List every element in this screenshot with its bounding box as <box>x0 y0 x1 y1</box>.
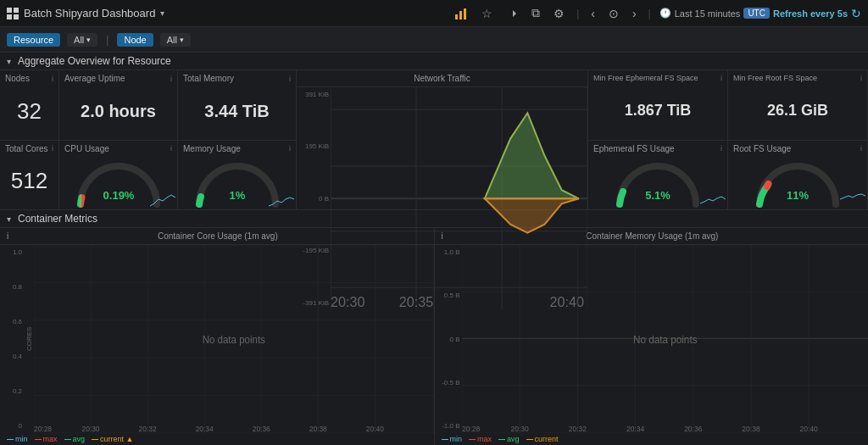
eph-gauge-svg: 5.1% <box>611 155 704 208</box>
svg-text:5.1%: 5.1% <box>645 189 670 202</box>
root-usage-panel: Root FS Usage i 11% <box>728 141 867 210</box>
title-caret[interactable]: ▾ <box>160 8 164 18</box>
copy-icon-btn[interactable]: ⧉ <box>528 4 543 22</box>
mem-chart-legend: min max avg current <box>435 433 869 445</box>
ephemeral-panel: Min Free Ephemeral FS Space i 1.867 TiB … <box>588 70 728 209</box>
star-icon-btn[interactable]: ☆ <box>478 5 496 22</box>
mem-y-axis: 1.0 B 0.5 B 0 B -0.5 B -1.0 B <box>435 245 462 433</box>
mem-y-4: -0.5 B <box>437 379 460 387</box>
clock-icon: 🕐 <box>659 8 671 19</box>
eph-fs-info-icon[interactable]: i <box>721 74 722 82</box>
total-mem-info-icon[interactable]: i <box>289 75 291 83</box>
root-fs-info-icon[interactable]: i <box>860 74 862 82</box>
nav-left: Batch Shipyard Dashboard ▾ <box>7 7 164 19</box>
chart-icon-btn[interactable] <box>451 5 471 22</box>
svg-text:1%: 1% <box>229 189 245 202</box>
utc-badge: UTC <box>743 8 770 19</box>
cores-value: 512 <box>0 153 58 210</box>
resource-filter-chip[interactable]: Resource <box>7 33 60 47</box>
core-y-axis: 1.0 0.8 0.6 0.4 0.2 0 <box>0 245 24 433</box>
mem-legend-max: max <box>469 435 492 443</box>
refresh-spin-icon[interactable]: ↻ <box>851 7 861 20</box>
container-caret[interactable]: ▾ <box>7 214 11 224</box>
svg-text:20:28: 20:28 <box>34 424 52 433</box>
cores-info-icon[interactable]: i <box>52 144 53 153</box>
min-free-root-label: Min Free Root FS Space i <box>728 70 867 82</box>
mem-usage-panel: Memory Usage i 1% <box>178 141 296 210</box>
aggregate-title: Aggregate Overview for Resource <box>18 55 171 67</box>
core-y-axis-label: CORES <box>24 245 34 433</box>
mem-y-3: 0 B <box>437 336 460 343</box>
core-chart-area: 1.0 0.8 0.6 0.4 0.2 0 CORES <box>0 245 434 433</box>
min-free-eph-panel: Min Free Ephemeral FS Space i 1.867 TiB <box>588 70 727 141</box>
grid-icon[interactable] <box>7 8 19 19</box>
mem-usage-chart-panel: i Container Memory Usage (1m avg) 1.0 B … <box>435 228 869 445</box>
min-free-root-value: 26.1 GiB <box>728 82 867 140</box>
cpu-sparkline <box>150 182 175 208</box>
svg-text:20:34: 20:34 <box>196 424 214 433</box>
refresh-time-label: Last 15 minutes <box>675 8 741 19</box>
node-filter-chip[interactable]: Node <box>117 33 153 47</box>
mem-legend-current: current <box>526 435 559 443</box>
mem-legend-avg: avg <box>498 435 520 443</box>
legend-avg: avg <box>64 435 86 443</box>
core-y-5: 0.2 <box>2 387 22 395</box>
root-sparkline <box>840 182 865 208</box>
eph-sparkline <box>700 182 726 208</box>
svg-text:20:40: 20:40 <box>799 424 817 433</box>
svg-text:20:30: 20:30 <box>510 424 528 433</box>
zoom-icon-btn[interactable]: ⊙ <box>605 5 622 22</box>
total-mem-panel: Total Memory i 3.44 TiB <box>178 70 296 141</box>
cpu-usage-panel: CPU Usage i <box>59 141 177 210</box>
aggregate-caret[interactable]: ▾ <box>7 57 11 66</box>
settings-icon-btn[interactable]: ⚙ <box>550 5 568 22</box>
svg-text:11%: 11% <box>787 189 809 202</box>
root-gauge-svg: 11% <box>751 155 844 208</box>
top-nav: Batch Shipyard Dashboard ▾ ☆ ⧉ ⚙ | ‹ ⊙ ›… <box>0 0 868 27</box>
forward-icon-btn[interactable]: › <box>629 5 640 22</box>
min-free-root-panel: Min Free Root FS Space i 26.1 GiB <box>728 70 867 141</box>
core-y-1: 1.0 <box>2 248 22 256</box>
mem-sparkline <box>269 182 294 208</box>
memory-panel: Total Memory i 3.44 TiB Memory Usage i 1… <box>178 70 297 209</box>
uptime-panel: Average Uptime i 2.0 hours <box>59 70 177 141</box>
nodes-info-icon[interactable]: i <box>52 75 53 83</box>
eph-usage-label: Ephemeral FS Usage i <box>588 141 727 153</box>
refresh-rate-label[interactable]: Refresh every 5s <box>773 8 848 19</box>
cores-label: Total Cores i <box>0 141 58 153</box>
total-cores-panel: Total Cores i 512 <box>0 141 58 210</box>
mem-y-5: -1.0 B <box>437 422 460 430</box>
share-icon-btn[interactable] <box>503 6 521 21</box>
svg-text:0.19%: 0.19% <box>103 189 134 202</box>
aggregate-section-header: ▾ Aggregate Overview for Resource <box>0 53 868 70</box>
root-usage-info-icon[interactable]: i <box>860 144 862 153</box>
node-all-filter[interactable]: All ▾ <box>160 33 191 47</box>
mem-y-1: 1.0 B <box>437 248 460 256</box>
uptime-info-icon[interactable]: i <box>170 75 172 83</box>
content-area: ▾ Aggregate Overview for Resource Nodes … <box>0 53 868 445</box>
container-section: ▾ Container Metrics i Container Core Usa… <box>0 210 868 445</box>
nodes-cores-panel: Nodes i 32 Total Cores i 512 <box>0 70 59 209</box>
svg-text:20:36: 20:36 <box>253 424 270 433</box>
eph-usage-panel: Ephemeral FS Usage i 5.1% <box>588 141 727 210</box>
nodes-value: 32 <box>0 83 58 140</box>
cpu-label: CPU Usage i <box>59 141 177 153</box>
root-gauge-area: 11% <box>728 153 867 210</box>
core-chart-svg-area: No data points 20:28 20:30 20:32 20:34 2… <box>34 245 434 433</box>
mem-chart-svg-area: No data points 20:28 20:30 20:32 20:34 2… <box>462 245 869 433</box>
svg-marker-15 <box>485 198 579 232</box>
core-y-4: 0.4 <box>2 353 22 360</box>
mem-usage-info-icon[interactable]: i <box>289 144 291 153</box>
eph-usage-info-icon[interactable]: i <box>721 144 722 153</box>
back-icon-btn[interactable]: ‹ <box>587 5 598 22</box>
y-label-3: 0 B <box>298 195 329 203</box>
svg-text:20:30: 20:30 <box>82 424 100 433</box>
mem-gauge-area: 1% <box>178 153 296 210</box>
resource-all-filter[interactable]: All ▾ <box>67 33 97 47</box>
core-y-6: 0 <box>2 422 22 430</box>
cpu-info-icon[interactable]: i <box>170 144 172 153</box>
legend-current: current ▲ <box>92 435 133 443</box>
filter-bar: Resource All ▾ | Node All ▾ <box>0 27 868 53</box>
svg-text:20:32: 20:32 <box>568 424 586 433</box>
core-chart-legend: min max avg current ▲ <box>0 433 434 445</box>
